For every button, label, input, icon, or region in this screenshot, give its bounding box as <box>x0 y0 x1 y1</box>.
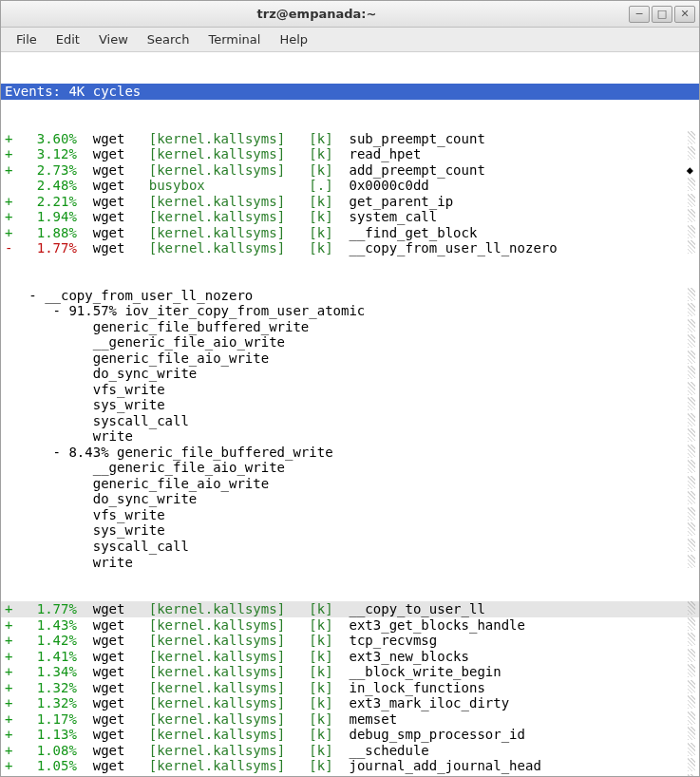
perf-row[interactable]: + 1.41% wget [kernel.kallsyms] [k] ext3_… <box>1 649 699 665</box>
expand-sign[interactable]: + <box>5 194 12 209</box>
perf-row[interactable]: + 1.43% wget [kernel.kallsyms] [k] ext3_… <box>1 617 699 634</box>
callchain-line[interactable]: syscall_call <box>1 413 699 429</box>
callchain-line[interactable]: generic_file_aio_write <box>1 351 699 367</box>
perf-row[interactable]: + 1.94% wget [kernel.kallsyms] [k] syste… <box>1 209 699 225</box>
scroll-track-icon <box>688 319 695 332</box>
callchain-line[interactable]: sys_write <box>1 397 699 413</box>
expand-sign[interactable]: + <box>5 664 12 679</box>
kind: [k] <box>309 131 332 146</box>
callchain-line[interactable]: - 8.43% generic_file_buffered_write <box>1 445 699 461</box>
menu-file[interactable]: File <box>7 28 47 50</box>
kind: [k] <box>309 774 332 776</box>
object: [kernel.kallsyms] <box>149 758 301 773</box>
expand-sign[interactable]: + <box>5 680 12 695</box>
perf-row[interactable]: + 1.32% wget [kernel.kallsyms] [k] ext3_… <box>1 695 699 711</box>
perf-row[interactable]: + 3.12% wget [kernel.kallsyms] [k] read_… <box>1 146 699 162</box>
expand-sign[interactable]: + <box>5 743 12 758</box>
expand-sign[interactable]: - <box>5 240 12 256</box>
expand-sign[interactable]: + <box>5 758 12 773</box>
callchain-line[interactable]: syscall_call <box>1 539 699 555</box>
scroll-marker-icon: ◆ <box>687 163 693 177</box>
overhead-percent: 2.48% <box>21 178 77 193</box>
expand-sign[interactable]: + <box>5 695 12 711</box>
callchain-line[interactable]: sys_write <box>1 522 699 539</box>
minimize-button[interactable]: ─ <box>629 6 650 23</box>
scroll-track-icon <box>688 146 695 160</box>
expand-sign[interactable]: + <box>5 774 12 776</box>
object: [kernel.kallsyms] <box>149 601 301 616</box>
callchain-line[interactable]: vfs_write <box>1 382 699 398</box>
kind: [k] <box>309 680 332 695</box>
perf-row[interactable]: 2.48% wget busybox [.] 0x0000c0dd <box>1 178 699 194</box>
menu-edit[interactable]: Edit <box>47 28 89 50</box>
terminal-area[interactable]: Events: 4K cycles + 3.60% wget [kernel.k… <box>1 52 699 776</box>
callchain-line[interactable]: - 91.57% iov_iter_copy_from_user_atomic <box>1 303 699 319</box>
perf-row[interactable]: + 2.73% wget [kernel.kallsyms] [k] add_p… <box>1 162 699 179</box>
callchain-line[interactable]: do_sync_write <box>1 366 699 382</box>
menu-help[interactable]: Help <box>270 28 317 50</box>
perf-row[interactable]: + 1.13% wget [kernel.kallsyms] [k] debug… <box>1 727 699 743</box>
callchain-line[interactable]: write <box>1 555 699 571</box>
perf-row[interactable]: + 1.17% wget [kernel.kallsyms] [k] memse… <box>1 711 699 728</box>
scroll-track-icon <box>688 351 695 364</box>
expand-sign[interactable]: + <box>5 162 12 178</box>
expand-sign[interactable]: + <box>5 225 12 240</box>
expand-sign[interactable]: + <box>5 617 12 633</box>
expand-sign[interactable]: + <box>5 633 12 648</box>
scroll-track-icon <box>688 555 695 568</box>
perf-row[interactable]: + 3.60% wget [kernel.kallsyms] [k] sub_p… <box>1 131 699 147</box>
close-icon: ✕ <box>680 8 689 20</box>
callchain-line[interactable]: vfs_write <box>1 507 699 523</box>
expand-sign[interactable]: + <box>5 711 12 727</box>
expand-sign[interactable]: + <box>5 146 12 161</box>
callchain-text: sys_write <box>5 522 165 538</box>
command: wget <box>93 178 142 193</box>
perf-row[interactable]: + 2.21% wget [kernel.kallsyms] [k] get_p… <box>1 194 699 210</box>
callchain-line[interactable]: __generic_file_aio_write <box>1 334 699 351</box>
callchain-text: generic_file_aio_write <box>5 476 269 491</box>
titlebar[interactable]: trz@empanada:~ ─ □ ✕ <box>1 1 699 28</box>
callchain-line[interactable]: do_sync_write <box>1 491 699 507</box>
perf-row[interactable]: + 1.34% wget [kernel.kallsyms] [k] __blo… <box>1 664 699 680</box>
perf-row[interactable]: + 1.77% wget [kernel.kallsyms] [k] __cop… <box>1 601 699 617</box>
perf-row[interactable]: + 1.42% wget [kernel.kallsyms] [k] tcp_r… <box>1 633 699 649</box>
maximize-button[interactable]: □ <box>652 6 672 23</box>
perf-row[interactable]: - 1.77% wget [kernel.kallsyms] [k] __cop… <box>1 240 699 256</box>
perf-row[interactable]: + 1.88% wget [kernel.kallsyms] [k] __fin… <box>1 225 699 241</box>
callchain-line[interactable]: - __copy_from_user_ll_nozero <box>1 288 699 304</box>
object: [kernel.kallsyms] <box>149 146 301 161</box>
callchain-line[interactable]: generic_file_buffered_write <box>1 319 699 335</box>
callchain-text: generic_file_buffered_write <box>5 319 309 334</box>
scroll-track-icon <box>688 445 695 458</box>
scroll-track-icon <box>688 194 695 207</box>
scroll-track-icon <box>688 758 695 771</box>
callchain-line[interactable]: write <box>1 428 699 445</box>
overhead-percent: 1.32% <box>21 680 77 695</box>
kind: [.] <box>309 178 332 193</box>
close-button[interactable]: ✕ <box>674 6 695 23</box>
symbol: __block_write_begin <box>350 664 501 679</box>
expand-sign[interactable]: + <box>5 209 12 224</box>
kind: [k] <box>309 711 332 727</box>
menu-search[interactable]: Search <box>138 28 199 50</box>
expand-sign[interactable]: + <box>5 601 12 616</box>
expand-sign[interactable] <box>5 178 12 193</box>
perf-row[interactable]: + 1.08% wget [kernel.kallsyms] [k] __sch… <box>1 743 699 759</box>
symbol: __find_get_block <box>350 225 478 240</box>
perf-row[interactable]: + 1.32% wget [kernel.kallsyms] [k] in_lo… <box>1 680 699 696</box>
expand-sign[interactable]: + <box>5 649 12 664</box>
perf-row[interactable]: + 1.05% wget [kernel.kallsyms] [k] journ… <box>1 758 699 774</box>
callchain-text: do_sync_write <box>5 491 197 506</box>
callchain-line[interactable]: generic_file_aio_write <box>1 476 699 492</box>
object: [kernel.kallsyms] <box>149 711 301 727</box>
expand-sign[interactable]: + <box>5 727 12 742</box>
kind: [k] <box>309 649 332 664</box>
menu-terminal[interactable]: Terminal <box>199 28 270 50</box>
perf-row[interactable]: + 0.92% wget [kernel.kallsyms] [k] __ext… <box>1 774 699 776</box>
callchain-line[interactable]: __generic_file_aio_write <box>1 460 699 476</box>
expand-sign[interactable]: + <box>5 131 12 146</box>
scroll-track-icon <box>688 680 695 693</box>
menu-view[interactable]: View <box>89 28 138 50</box>
overhead-percent: 2.73% <box>21 162 77 178</box>
scroll-track-icon <box>688 633 695 646</box>
